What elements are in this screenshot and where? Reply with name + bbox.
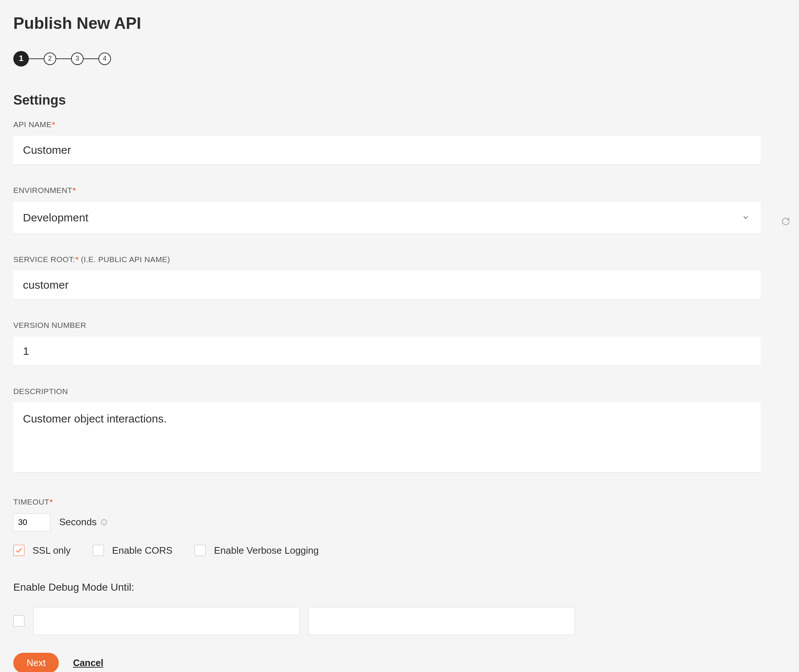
step-3[interactable]: 3 — [71, 53, 83, 65]
checkbox-icon — [194, 545, 206, 556]
step-connector — [29, 58, 44, 59]
description-label: DESCRIPTION — [13, 386, 760, 397]
timeout-unit: Seconds — [59, 515, 107, 529]
publish-api-page: Publish New API 1 2 3 4 Settings API NAM… — [0, 0, 799, 672]
field-timeout: TIMEOUT* Seconds — [13, 496, 760, 531]
environment-label: ENVIRONMENT* — [13, 185, 760, 195]
options-row: SSL only Enable CORS Enable Verbose Logg… — [13, 544, 760, 557]
debug-mode-checkbox[interactable] — [13, 616, 24, 627]
version-input[interactable] — [13, 337, 760, 366]
page-title: Publish New API — [13, 12, 786, 35]
step-indicator: 1 2 3 4 — [13, 51, 786, 67]
api-name-label: API NAME* — [13, 119, 760, 130]
debug-time-input[interactable] — [308, 607, 575, 635]
field-version: VERSION NUMBER — [13, 320, 760, 366]
api-name-input[interactable] — [13, 136, 760, 165]
field-description: DESCRIPTION Customer object interactions… — [13, 386, 760, 477]
enable-cors-label: Enable CORS — [112, 544, 172, 557]
enable-verbose-logging-label: Enable Verbose Logging — [214, 544, 318, 557]
step-2[interactable]: 2 — [44, 53, 56, 65]
enable-cors-checkbox[interactable]: Enable CORS — [93, 544, 172, 557]
wizard-actions: Next Cancel — [13, 653, 760, 672]
ssl-only-label: SSL only — [32, 544, 71, 557]
field-environment: ENVIRONMENT* Development — [13, 185, 760, 234]
step-connector — [83, 58, 98, 59]
step-1[interactable]: 1 — [13, 51, 29, 67]
description-input[interactable]: Customer object interactions. — [13, 403, 760, 473]
enable-verbose-logging-checkbox[interactable]: Enable Verbose Logging — [194, 544, 318, 557]
step-4[interactable]: 4 — [98, 53, 111, 65]
service-root-input[interactable] — [13, 270, 760, 300]
cancel-button[interactable]: Cancel — [73, 658, 103, 668]
checkbox-icon — [93, 545, 104, 556]
environment-select[interactable]: Development — [13, 202, 760, 234]
refresh-icon[interactable] — [781, 215, 790, 230]
field-api-name: API NAME* — [13, 119, 760, 165]
step-connector — [56, 58, 71, 59]
service-root-label: SERVICE ROOT:* (I.E. PUBLIC API NAME) — [13, 254, 760, 265]
section-heading: Settings — [13, 91, 760, 109]
next-button[interactable]: Next — [13, 653, 59, 672]
debug-mode-row — [13, 607, 760, 635]
svg-point-2 — [104, 520, 104, 521]
version-label: VERSION NUMBER — [13, 320, 760, 330]
ssl-only-checkbox[interactable]: SSL only — [13, 544, 71, 557]
debug-date-input[interactable] — [33, 607, 300, 635]
field-service-root: SERVICE ROOT:* (I.E. PUBLIC API NAME) — [13, 254, 760, 300]
debug-mode-label: Enable Debug Mode Until: — [13, 580, 760, 594]
timeout-input[interactable] — [13, 514, 50, 531]
timeout-label: TIMEOUT* — [13, 496, 760, 507]
checkbox-icon — [13, 545, 24, 556]
info-icon[interactable] — [100, 518, 107, 526]
